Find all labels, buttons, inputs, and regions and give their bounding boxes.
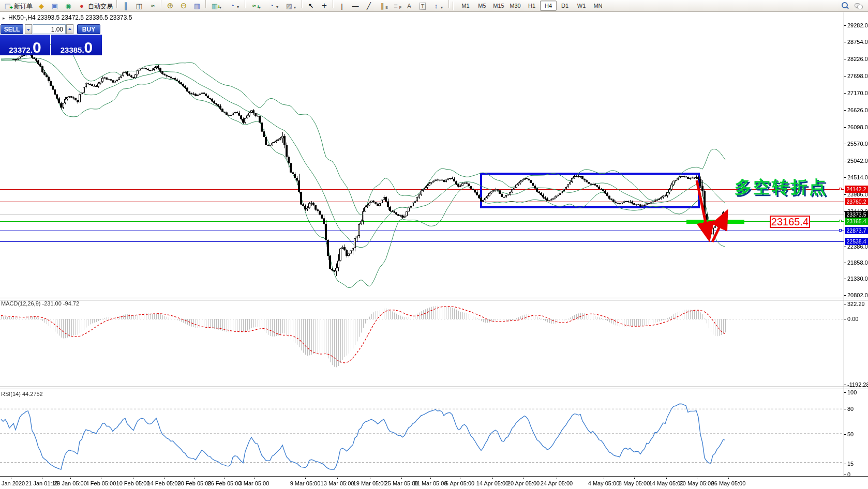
profiles-button[interactable] <box>226 0 243 11</box>
rsi-tick-mark <box>844 475 846 475</box>
sell-button[interactable]: SELL <box>1 24 23 34</box>
text-a-icon <box>405 2 414 11</box>
new-order-label: 新订单 <box>14 2 33 11</box>
time-tick-label: 14 Feb 05:00 <box>147 480 181 486</box>
horizontal-line-button[interactable] <box>349 1 362 12</box>
crosshair-button[interactable] <box>318 1 331 12</box>
toolbar-separator <box>302 0 303 8</box>
price-callout-box[interactable]: 23165.4 <box>770 216 810 228</box>
rebound-arrow-annotation[interactable] <box>712 216 725 242</box>
zoom-in-button[interactable] <box>163 0 177 11</box>
time-tick-label: 9 Mar 05:00 <box>290 480 321 486</box>
macd-tick-label: 0.00 <box>847 316 858 322</box>
fibonacci-button[interactable] <box>389 1 402 12</box>
volume-increase-button[interactable] <box>66 24 73 34</box>
timeframe-m15[interactable]: M15 <box>490 1 507 11</box>
one-click-trade-panel: SELL BUY 23372. 0 23385. 0 <box>0 24 103 56</box>
templates-button[interactable] <box>282 1 300 12</box>
time-tick-label: 24 Apr 05:00 <box>541 480 573 486</box>
dropdown-caret-icon <box>259 2 263 11</box>
volume-decrease-button[interactable] <box>25 24 32 34</box>
time-tick-mark <box>133 478 133 479</box>
text-button[interactable] <box>402 1 416 12</box>
sell-price-small: 23372. <box>9 46 33 54</box>
sell-arrow-annotation[interactable] <box>697 180 708 235</box>
sell-price-box[interactable]: 23372. 0 <box>0 35 50 55</box>
price-tick-label: 20802.0 <box>847 292 868 298</box>
pane-separator-rsi[interactable] <box>0 387 868 389</box>
price-tick-mark <box>844 279 846 279</box>
tile-windows-button[interactable] <box>190 1 204 12</box>
time-tick-mark <box>728 478 729 479</box>
price-tick-mark <box>844 59 846 59</box>
line-anchor-marker[interactable] <box>839 220 842 222</box>
vertical-line-button[interactable] <box>335 1 349 12</box>
time-tick-label: 5 Jan 2020 <box>0 480 25 486</box>
price-badge-24142.2: 24142.2 <box>845 186 868 193</box>
time-axis[interactable]: 5 Jan 202021 Jan 01:1529 Jan 05:004 Feb … <box>0 478 868 489</box>
time-tick-mark <box>101 478 101 479</box>
macd-tick-mark <box>844 304 846 304</box>
bar-chart-button[interactable] <box>119 1 132 12</box>
timeframe-w1[interactable]: W1 <box>573 1 590 11</box>
gold-icon <box>37 2 46 11</box>
toolbox-button[interactable] <box>35 1 48 12</box>
buy-button[interactable]: BUY <box>77 24 100 34</box>
candlestick-chart-button[interactable] <box>132 1 146 12</box>
cursor-button[interactable] <box>304 1 318 12</box>
search-icon <box>840 1 849 10</box>
new-chart-button[interactable] <box>208 1 226 12</box>
time-tick-mark <box>460 478 460 479</box>
market-watch-button[interactable] <box>48 1 62 12</box>
rsi-tick-label: 50 <box>847 431 854 437</box>
macd-label: MACD(12,26,9) -231.00 -94.72 <box>1 300 79 307</box>
line-anchor-marker[interactable] <box>839 229 842 232</box>
price-tick-mark <box>844 177 846 178</box>
new-order-button[interactable]: 新订单 <box>1 1 35 12</box>
rsi-label: RSI(14) 44.2752 <box>1 391 43 397</box>
timeframe-h4[interactable]: H4 <box>540 1 557 11</box>
pane-separator-macd[interactable] <box>0 298 868 300</box>
time-tick-label: 3 Mar 05:00 <box>239 480 270 486</box>
chart-ohlc-header: ▸ HK50-,H4 23393.5 23472.5 23336.5 23373… <box>3 14 132 21</box>
zoom-in-icon <box>166 1 175 10</box>
vline-icon <box>337 2 347 11</box>
buy-price-small: 23385. <box>61 46 84 54</box>
toolbar-separator <box>453 2 454 10</box>
autotrading-button[interactable]: 自动交易 <box>75 1 115 12</box>
timeframe-m1[interactable]: M1 <box>457 1 474 11</box>
clock-icon <box>228 1 237 10</box>
zoom-out-button[interactable] <box>177 0 190 11</box>
line-chart-button[interactable] <box>146 1 159 12</box>
line-anchor-marker[interactable] <box>839 188 842 190</box>
indicators-button[interactable] <box>247 1 265 12</box>
text-label-button[interactable] <box>416 1 429 12</box>
template-icon <box>285 2 294 11</box>
timeframe-h1[interactable]: H1 <box>523 1 540 11</box>
signals-button[interactable] <box>62 1 75 12</box>
chat-button[interactable] <box>851 0 865 11</box>
pane-separator-bottom <box>0 476 868 477</box>
rsi-tick-label: 15 <box>847 461 854 467</box>
search-button[interactable] <box>838 0 851 11</box>
timeframe-mn[interactable]: MN <box>590 1 606 11</box>
periods-button[interactable] <box>265 0 282 11</box>
arrow-objects-button[interactable] <box>429 1 447 12</box>
buy-price-box[interactable]: 23385. 0 <box>51 35 102 55</box>
time-tick-mark <box>164 478 164 479</box>
timeframe-m5[interactable]: M5 <box>474 1 490 11</box>
volume-input[interactable] <box>33 24 66 34</box>
timeframe-m30[interactable]: M30 <box>507 1 523 11</box>
new-order-icon <box>3 2 12 11</box>
autotrading-label: 自动交易 <box>88 2 113 11</box>
time-tick-mark <box>305 478 306 479</box>
zoom-out-icon <box>179 1 188 10</box>
equidistant-channel-button[interactable] <box>376 1 389 12</box>
toolbar-separator <box>116 0 117 8</box>
timeframe-d1[interactable]: D1 <box>557 1 573 11</box>
chart-window[interactable]: 多空转折点 23165.4 ▸ HK50-,H4 23393.5 23472.5… <box>0 12 868 489</box>
turning-point-annotation[interactable]: 多空转折点 <box>735 176 828 199</box>
macd-tick-label: -1192.28 <box>847 381 868 388</box>
text-t-icon <box>418 2 427 11</box>
trendline-button[interactable] <box>362 1 376 12</box>
